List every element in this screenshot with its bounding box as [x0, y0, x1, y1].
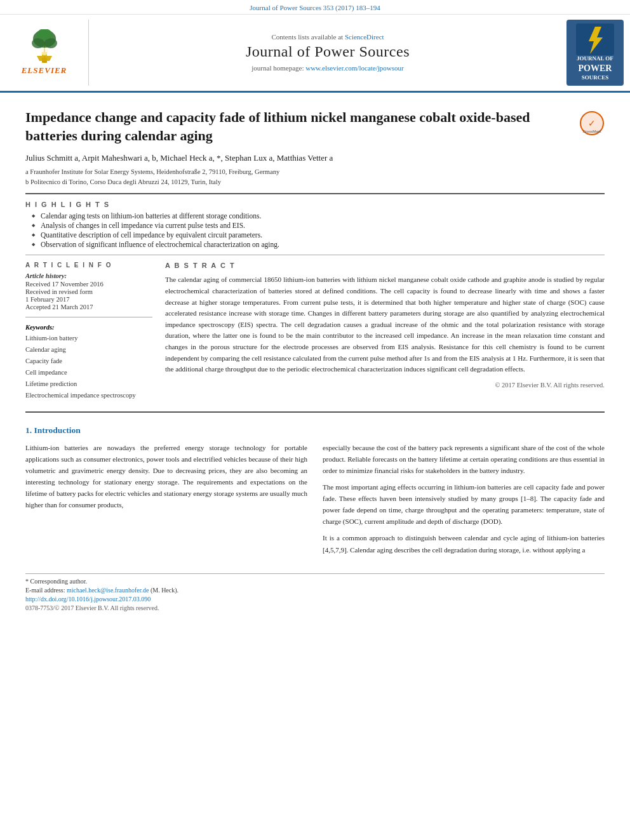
- intro-right-col: especially because the cost of the batte…: [323, 442, 605, 561]
- intro-left-text: Lithium-ion batteries are nowadays the p…: [25, 442, 307, 511]
- abstract-text: The calendar aging of commercial 18650 l…: [165, 274, 605, 375]
- keywords-list: Lithium-ion battery Calendar aging Capac…: [25, 333, 152, 401]
- article-title: Impedance change and capacity fade of li…: [25, 108, 605, 145]
- article-info-col: A R T I C L E I N F O Article history: R…: [25, 262, 152, 401]
- journal-center: Contents lists available at ScienceDirec…: [95, 20, 560, 86]
- crossmark-icon: ✓ CrossMark: [579, 110, 605, 136]
- affiliations: a Fraunhofer Institute for Solar Energy …: [25, 167, 605, 187]
- elsevier-logo-section: ELSEVIER: [6, 20, 89, 86]
- corresponding-author-note: * Corresponding author.: [25, 578, 605, 585]
- intro-title: 1. Introduction: [25, 425, 605, 436]
- keywords-label: Keywords:: [25, 324, 152, 331]
- power-sources-logo: JOURNAL OF POWER SOURCES: [566, 20, 624, 86]
- divider-info: [25, 317, 152, 317]
- contents-line: Contents lists available at ScienceDirec…: [271, 33, 384, 41]
- highlights-label: H I G H L I G H T S: [25, 201, 605, 208]
- homepage-url[interactable]: www.elsevier.com/locate/jpowsour: [305, 64, 403, 72]
- email-link[interactable]: michael.heck@ise.fraunhofer.de: [67, 587, 149, 594]
- intro-para-1: Lithium-ion batteries are nowadays the p…: [25, 442, 307, 511]
- introduction-section: 1. Introduction Lithium-ion batteries ar…: [25, 425, 605, 561]
- history-label: Article history:: [25, 272, 152, 279]
- highlights-section: H I G H L I G H T S Calendar aging tests…: [25, 201, 605, 248]
- highlights-list: Calendar aging tests on lithium-ion batt…: [25, 212, 605, 248]
- info-abstract-section: A R T I C L E I N F O Article history: R…: [25, 262, 605, 401]
- accepted-date: Accepted 21 March 2017: [25, 303, 152, 310]
- article-info-label: A R T I C L E I N F O: [25, 262, 152, 269]
- doi-link[interactable]: http://dx.doi.org/10.1016/j.jpowsour.201…: [25, 596, 151, 603]
- journal-header: ELSEVIER Contents lists available at Sci…: [0, 15, 630, 93]
- authors-line: Julius Schmitt a, Arpit Maheshwari a, b,…: [25, 153, 605, 163]
- elsevier-tree-icon: [19, 29, 70, 64]
- journal-top-bar: Journal of Power Sources 353 (2017) 183–…: [0, 0, 630, 15]
- affiliation-b: b Politecnico di Torino, Corso Duca degl…: [25, 177, 605, 187]
- keyword-item: Lifetime prediction: [25, 378, 152, 390]
- divider-2: [25, 255, 605, 255]
- revised-date: 1 February 2017: [25, 296, 152, 303]
- intro-para-3: The most important aging effects occurri…: [323, 481, 605, 528]
- power-sources-text: JOURNAL OF POWER SOURCES: [577, 55, 613, 82]
- affiliation-a: a Fraunhofer Institute for Solar Energy …: [25, 167, 605, 177]
- intro-left-col: Lithium-ion batteries are nowadays the p…: [25, 442, 307, 561]
- intro-para-4: It is a common approach to distinguish b…: [323, 532, 605, 555]
- keyword-item: Capacity fade: [25, 356, 152, 367]
- journal-citation: Journal of Power Sources 353 (2017) 183–…: [250, 4, 380, 11]
- issn-line: 0378-7753/© 2017 Elsevier B.V. All right…: [25, 604, 605, 611]
- keywords-section: Keywords: Lithium-ion battery Calendar a…: [25, 324, 152, 401]
- divider-3: [25, 411, 605, 413]
- title-section: ✓ CrossMark Impedance change and capacit…: [25, 108, 605, 145]
- received-revised: Received in revised form: [25, 288, 152, 295]
- abstract-label: A B S T R A C T: [165, 262, 605, 269]
- intro-para-2: especially because the cost of the batte…: [323, 442, 605, 476]
- footnote-area: * Corresponding author. E-mail address: …: [25, 573, 605, 611]
- svg-text:CrossMark: CrossMark: [582, 130, 601, 133]
- intro-columns: Lithium-ion batteries are nowadays the p…: [25, 442, 605, 561]
- keyword-item: Cell impedance: [25, 367, 152, 378]
- elsevier-label: ELSEVIER: [22, 65, 67, 76]
- highlight-item: Quantitative description of cell impedan…: [32, 231, 605, 239]
- abstract-col: A B S T R A C T The calendar aging of co…: [165, 262, 605, 401]
- highlight-item: Calendar aging tests on lithium-ion batt…: [32, 212, 605, 220]
- divider-1: [25, 193, 605, 194]
- svg-marker-6: [37, 56, 52, 61]
- intro-right-text: especially because the cost of the batte…: [323, 442, 605, 556]
- received-date: Received 17 November 2016: [25, 281, 152, 288]
- page: Journal of Power Sources 353 (2017) 183–…: [0, 0, 630, 840]
- svg-text:✓: ✓: [588, 118, 596, 128]
- doi-line: http://dx.doi.org/10.1016/j.jpowsour.201…: [25, 596, 605, 603]
- highlight-item: Analysis of changes in cell impedance vi…: [32, 222, 605, 229]
- article-history: Article history: Received 17 November 20…: [25, 272, 152, 310]
- highlight-item: Observation of significant influence of …: [32, 241, 605, 248]
- copyright-line: © 2017 Elsevier B.V. All rights reserved…: [165, 382, 605, 389]
- svg-point-8: [41, 48, 48, 55]
- science-direct-link[interactable]: ScienceDirect: [345, 33, 384, 41]
- article-body: ✓ CrossMark Impedance change and capacit…: [0, 93, 630, 624]
- journal-title: Journal of Power Sources: [246, 43, 410, 60]
- keyword-item: Lithium-ion battery: [25, 333, 152, 344]
- power-sources-icon: [576, 23, 614, 55]
- keyword-item: Calendar aging: [25, 344, 152, 356]
- homepage-line: journal homepage: www.elsevier.com/locat…: [251, 64, 403, 72]
- email-note: E-mail address: michael.heck@ise.fraunho…: [25, 587, 605, 594]
- keyword-item: Electrochemical impedance spectroscopy: [25, 390, 152, 401]
